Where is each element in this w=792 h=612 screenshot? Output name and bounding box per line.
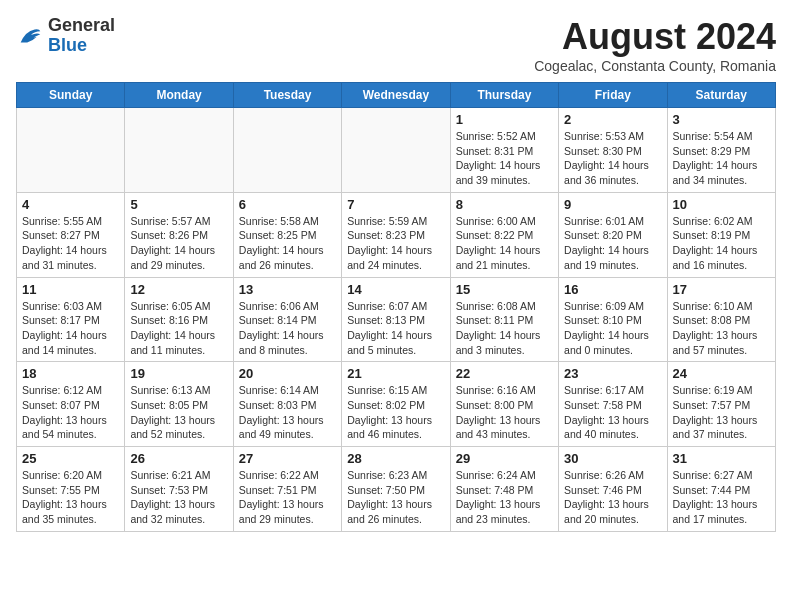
day-number: 4 bbox=[22, 197, 119, 212]
calendar-cell bbox=[125, 108, 233, 193]
day-number: 8 bbox=[456, 197, 553, 212]
day-info: Sunrise: 6:13 AM Sunset: 8:05 PM Dayligh… bbox=[130, 383, 227, 442]
calendar-cell: 10Sunrise: 6:02 AM Sunset: 8:19 PM Dayli… bbox=[667, 192, 775, 277]
weekday-header-wednesday: Wednesday bbox=[342, 83, 450, 108]
calendar-cell: 28Sunrise: 6:23 AM Sunset: 7:50 PM Dayli… bbox=[342, 447, 450, 532]
day-number: 18 bbox=[22, 366, 119, 381]
calendar-cell: 8Sunrise: 6:00 AM Sunset: 8:22 PM Daylig… bbox=[450, 192, 558, 277]
day-number: 2 bbox=[564, 112, 661, 127]
day-number: 3 bbox=[673, 112, 770, 127]
day-info: Sunrise: 6:08 AM Sunset: 8:11 PM Dayligh… bbox=[456, 299, 553, 358]
day-info: Sunrise: 6:01 AM Sunset: 8:20 PM Dayligh… bbox=[564, 214, 661, 273]
day-info: Sunrise: 6:00 AM Sunset: 8:22 PM Dayligh… bbox=[456, 214, 553, 273]
calendar-cell: 17Sunrise: 6:10 AM Sunset: 8:08 PM Dayli… bbox=[667, 277, 775, 362]
day-number: 20 bbox=[239, 366, 336, 381]
day-number: 7 bbox=[347, 197, 444, 212]
week-row-4: 18Sunrise: 6:12 AM Sunset: 8:07 PM Dayli… bbox=[17, 362, 776, 447]
calendar-cell: 27Sunrise: 6:22 AM Sunset: 7:51 PM Dayli… bbox=[233, 447, 341, 532]
title-block: August 2024 Cogealac, Constanta County, … bbox=[534, 16, 776, 74]
day-info: Sunrise: 6:05 AM Sunset: 8:16 PM Dayligh… bbox=[130, 299, 227, 358]
location-subtitle: Cogealac, Constanta County, Romania bbox=[534, 58, 776, 74]
day-info: Sunrise: 6:03 AM Sunset: 8:17 PM Dayligh… bbox=[22, 299, 119, 358]
day-info: Sunrise: 6:14 AM Sunset: 8:03 PM Dayligh… bbox=[239, 383, 336, 442]
day-info: Sunrise: 6:22 AM Sunset: 7:51 PM Dayligh… bbox=[239, 468, 336, 527]
day-number: 30 bbox=[564, 451, 661, 466]
day-number: 14 bbox=[347, 282, 444, 297]
day-number: 6 bbox=[239, 197, 336, 212]
day-info: Sunrise: 6:06 AM Sunset: 8:14 PM Dayligh… bbox=[239, 299, 336, 358]
week-row-3: 11Sunrise: 6:03 AM Sunset: 8:17 PM Dayli… bbox=[17, 277, 776, 362]
weekday-header-monday: Monday bbox=[125, 83, 233, 108]
day-number: 1 bbox=[456, 112, 553, 127]
calendar-cell: 21Sunrise: 6:15 AM Sunset: 8:02 PM Dayli… bbox=[342, 362, 450, 447]
calendar-cell: 23Sunrise: 6:17 AM Sunset: 7:58 PM Dayli… bbox=[559, 362, 667, 447]
day-info: Sunrise: 6:12 AM Sunset: 8:07 PM Dayligh… bbox=[22, 383, 119, 442]
day-info: Sunrise: 6:27 AM Sunset: 7:44 PM Dayligh… bbox=[673, 468, 770, 527]
calendar-cell: 29Sunrise: 6:24 AM Sunset: 7:48 PM Dayli… bbox=[450, 447, 558, 532]
calendar-cell: 11Sunrise: 6:03 AM Sunset: 8:17 PM Dayli… bbox=[17, 277, 125, 362]
calendar-cell: 31Sunrise: 6:27 AM Sunset: 7:44 PM Dayli… bbox=[667, 447, 775, 532]
weekday-header-row: SundayMondayTuesdayWednesdayThursdayFrid… bbox=[17, 83, 776, 108]
day-number: 12 bbox=[130, 282, 227, 297]
day-number: 25 bbox=[22, 451, 119, 466]
weekday-header-thursday: Thursday bbox=[450, 83, 558, 108]
weekday-header-sunday: Sunday bbox=[17, 83, 125, 108]
day-number: 17 bbox=[673, 282, 770, 297]
calendar-cell: 24Sunrise: 6:19 AM Sunset: 7:57 PM Dayli… bbox=[667, 362, 775, 447]
day-number: 13 bbox=[239, 282, 336, 297]
calendar-cell: 14Sunrise: 6:07 AM Sunset: 8:13 PM Dayli… bbox=[342, 277, 450, 362]
day-info: Sunrise: 6:16 AM Sunset: 8:00 PM Dayligh… bbox=[456, 383, 553, 442]
day-info: Sunrise: 5:57 AM Sunset: 8:26 PM Dayligh… bbox=[130, 214, 227, 273]
calendar-cell: 19Sunrise: 6:13 AM Sunset: 8:05 PM Dayli… bbox=[125, 362, 233, 447]
calendar-cell bbox=[17, 108, 125, 193]
day-info: Sunrise: 6:23 AM Sunset: 7:50 PM Dayligh… bbox=[347, 468, 444, 527]
day-number: 27 bbox=[239, 451, 336, 466]
calendar-cell: 22Sunrise: 6:16 AM Sunset: 8:00 PM Dayli… bbox=[450, 362, 558, 447]
day-number: 10 bbox=[673, 197, 770, 212]
day-info: Sunrise: 6:26 AM Sunset: 7:46 PM Dayligh… bbox=[564, 468, 661, 527]
calendar-body: 1Sunrise: 5:52 AM Sunset: 8:31 PM Daylig… bbox=[17, 108, 776, 532]
calendar-cell: 9Sunrise: 6:01 AM Sunset: 8:20 PM Daylig… bbox=[559, 192, 667, 277]
day-info: Sunrise: 6:07 AM Sunset: 8:13 PM Dayligh… bbox=[347, 299, 444, 358]
calendar-cell: 5Sunrise: 5:57 AM Sunset: 8:26 PM Daylig… bbox=[125, 192, 233, 277]
calendar-cell: 13Sunrise: 6:06 AM Sunset: 8:14 PM Dayli… bbox=[233, 277, 341, 362]
day-info: Sunrise: 6:20 AM Sunset: 7:55 PM Dayligh… bbox=[22, 468, 119, 527]
calendar-cell bbox=[233, 108, 341, 193]
calendar-cell: 16Sunrise: 6:09 AM Sunset: 8:10 PM Dayli… bbox=[559, 277, 667, 362]
calendar-cell bbox=[342, 108, 450, 193]
day-info: Sunrise: 5:53 AM Sunset: 8:30 PM Dayligh… bbox=[564, 129, 661, 188]
calendar-cell: 2Sunrise: 5:53 AM Sunset: 8:30 PM Daylig… bbox=[559, 108, 667, 193]
calendar-cell: 12Sunrise: 6:05 AM Sunset: 8:16 PM Dayli… bbox=[125, 277, 233, 362]
day-info: Sunrise: 6:17 AM Sunset: 7:58 PM Dayligh… bbox=[564, 383, 661, 442]
day-number: 22 bbox=[456, 366, 553, 381]
day-info: Sunrise: 5:54 AM Sunset: 8:29 PM Dayligh… bbox=[673, 129, 770, 188]
day-number: 26 bbox=[130, 451, 227, 466]
logo-text: General Blue bbox=[48, 16, 115, 56]
day-info: Sunrise: 6:15 AM Sunset: 8:02 PM Dayligh… bbox=[347, 383, 444, 442]
day-number: 21 bbox=[347, 366, 444, 381]
day-info: Sunrise: 6:10 AM Sunset: 8:08 PM Dayligh… bbox=[673, 299, 770, 358]
calendar-cell: 25Sunrise: 6:20 AM Sunset: 7:55 PM Dayli… bbox=[17, 447, 125, 532]
calendar-cell: 26Sunrise: 6:21 AM Sunset: 7:53 PM Dayli… bbox=[125, 447, 233, 532]
day-info: Sunrise: 6:02 AM Sunset: 8:19 PM Dayligh… bbox=[673, 214, 770, 273]
calendar-cell: 15Sunrise: 6:08 AM Sunset: 8:11 PM Dayli… bbox=[450, 277, 558, 362]
calendar-cell: 30Sunrise: 6:26 AM Sunset: 7:46 PM Dayli… bbox=[559, 447, 667, 532]
calendar-cell: 4Sunrise: 5:55 AM Sunset: 8:27 PM Daylig… bbox=[17, 192, 125, 277]
week-row-2: 4Sunrise: 5:55 AM Sunset: 8:27 PM Daylig… bbox=[17, 192, 776, 277]
month-year-title: August 2024 bbox=[534, 16, 776, 58]
calendar-table: SundayMondayTuesdayWednesdayThursdayFrid… bbox=[16, 82, 776, 532]
logo: General Blue bbox=[16, 16, 115, 56]
logo-icon bbox=[16, 22, 44, 50]
day-info: Sunrise: 5:55 AM Sunset: 8:27 PM Dayligh… bbox=[22, 214, 119, 273]
calendar-cell: 7Sunrise: 5:59 AM Sunset: 8:23 PM Daylig… bbox=[342, 192, 450, 277]
week-row-5: 25Sunrise: 6:20 AM Sunset: 7:55 PM Dayli… bbox=[17, 447, 776, 532]
day-number: 31 bbox=[673, 451, 770, 466]
calendar-cell: 6Sunrise: 5:58 AM Sunset: 8:25 PM Daylig… bbox=[233, 192, 341, 277]
day-number: 23 bbox=[564, 366, 661, 381]
calendar-cell: 18Sunrise: 6:12 AM Sunset: 8:07 PM Dayli… bbox=[17, 362, 125, 447]
page-header: General Blue August 2024 Cogealac, Const… bbox=[16, 16, 776, 74]
day-number: 29 bbox=[456, 451, 553, 466]
day-number: 16 bbox=[564, 282, 661, 297]
day-info: Sunrise: 5:58 AM Sunset: 8:25 PM Dayligh… bbox=[239, 214, 336, 273]
day-info: Sunrise: 6:09 AM Sunset: 8:10 PM Dayligh… bbox=[564, 299, 661, 358]
